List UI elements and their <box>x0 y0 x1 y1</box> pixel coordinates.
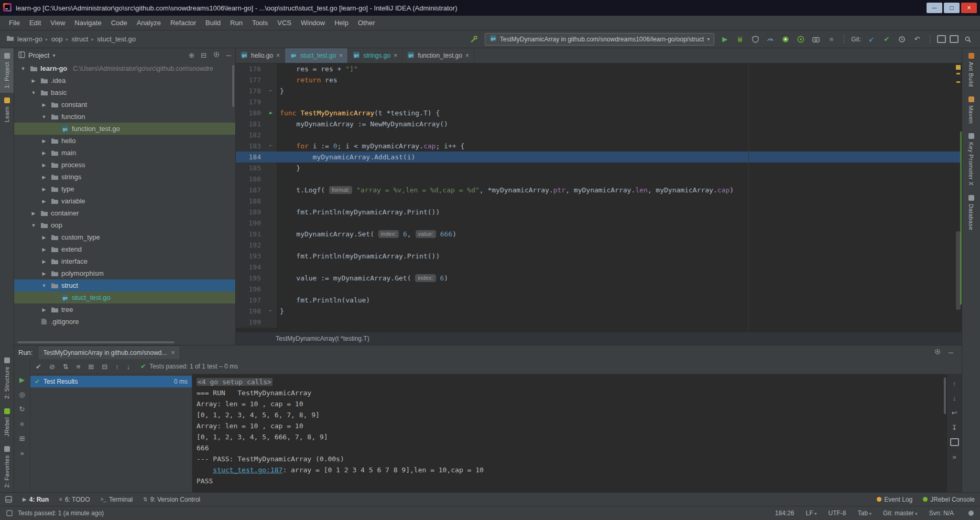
menu-item-build[interactable]: Build <box>201 19 225 27</box>
menu-item-window[interactable]: Window <box>296 19 330 27</box>
tool-button-database[interactable]: Database <box>962 190 980 235</box>
search-everywhere-button[interactable] <box>962 34 974 45</box>
warning-stripe-mark[interactable] <box>956 73 960 74</box>
breadcrumb-item-oop[interactable]: oop <box>51 35 63 43</box>
hide-run-panel-button[interactable]: ─ <box>949 349 953 356</box>
console[interactable]: <4 go setup calls>=== RUN TestMyDynamicA… <box>192 374 946 492</box>
tree-row-learn-go[interactable]: ▼learn-goC:\Users\Administrator\go\src\g… <box>14 62 235 74</box>
toolwindow-button-event-log[interactable]: Event Log <box>877 496 912 503</box>
status-svn-n-a[interactable]: Svn: N/A <box>929 510 954 517</box>
tree-expand-icon[interactable]: ▶ <box>30 211 37 216</box>
toolwindow-button-9-version-control[interactable]: ⇅9: Version Control <box>143 496 200 503</box>
run-with-coverage-button[interactable] <box>749 34 761 45</box>
next-failed-test-button[interactable]: ↓ <box>127 363 130 371</box>
tree-row-basic[interactable]: ▼basic <box>14 86 235 99</box>
tree-collapse-icon[interactable]: ▼ <box>19 66 27 71</box>
tree-collapse-icon[interactable]: ▼ <box>30 90 37 95</box>
menu-item-view[interactable]: View <box>46 19 70 27</box>
run-button[interactable]: ▶ <box>719 34 731 45</box>
breadcrumb-method[interactable]: TestMyDynamicArray(t *testing.T) <box>276 335 369 342</box>
tree-row-gitignore[interactable]: .gitignore <box>14 316 235 328</box>
status-lf[interactable]: LF ▾ <box>805 510 816 517</box>
menu-item-refactor[interactable]: Refactor <box>166 19 201 27</box>
tree-row-container[interactable]: ▶container <box>14 207 235 219</box>
hot-swap-button[interactable]: ◎ <box>19 391 25 398</box>
tree-row-strings[interactable]: ▶strings <box>14 171 235 183</box>
soft-wrap-button[interactable]: ↩ <box>952 409 957 417</box>
more-console-actions-button[interactable]: » <box>952 453 956 461</box>
scroll-to-end-button[interactable]: ↧ <box>952 424 957 431</box>
tree-row-function[interactable]: ▼function <box>14 111 235 123</box>
collapse-all-button[interactable]: ⊟ <box>201 51 206 59</box>
commit-button[interactable]: ✔ <box>881 34 892 45</box>
tree-expand-icon[interactable]: ▶ <box>40 150 48 156</box>
tree-row-variable[interactable]: ▶variable <box>14 195 235 207</box>
breadcrumb-item-stuct-test-go[interactable]: stuct_test.go <box>97 35 136 43</box>
tool-button-2-favorites[interactable]: 2: Favorites <box>0 441 14 492</box>
tool-button-1-project[interactable]: 1: Project <box>0 48 14 93</box>
scroll-to-bottom-button[interactable]: ↓ <box>953 394 956 402</box>
minimize-button[interactable]: ─ <box>927 3 942 13</box>
tree-expand-icon[interactable]: ▶ <box>40 102 48 107</box>
stop-process-button[interactable]: ■ <box>20 420 24 428</box>
menu-item-file[interactable]: File <box>4 19 25 27</box>
project-panel-title[interactable]: Project <box>28 51 49 59</box>
tree-row-tree[interactable]: ▶tree <box>14 304 235 316</box>
close-tab-icon[interactable]: × <box>339 52 343 59</box>
tool-button-2-structure[interactable]: 2: Structure <box>0 353 14 404</box>
console-scrollbar-thumb[interactable] <box>944 377 946 414</box>
tree-row-type[interactable]: ▶type <box>14 183 235 195</box>
tree-row-constant[interactable]: ▶constant <box>14 99 235 111</box>
tree-expand-icon[interactable]: ▶ <box>30 78 37 83</box>
tree-row-main[interactable]: ▶main <box>14 147 235 159</box>
tree-collapse-icon[interactable]: ▼ <box>40 114 48 120</box>
update-project-button[interactable]: ↙ <box>866 34 877 45</box>
editor-tab-strings-go[interactable]: gostrings.go× <box>348 48 402 63</box>
menu-item-tools[interactable]: Tools <box>247 19 273 27</box>
editor-layout-icon[interactable] <box>937 35 946 43</box>
toolwindow-button-6-todo[interactable]: ≡6: TODO <box>59 496 90 503</box>
print-console-button[interactable] <box>950 438 959 446</box>
tool-button-jrebel[interactable]: JRebel <box>0 404 14 441</box>
menu-item-code[interactable]: Code <box>106 19 132 27</box>
tree-collapse-icon[interactable]: ▼ <box>30 223 37 228</box>
tree-collapse-icon[interactable]: ▼ <box>40 283 48 288</box>
toolwindow-button-jrebel-console[interactable]: JRebel Console <box>923 496 975 503</box>
tree-row-extend[interactable]: ▶extend <box>14 243 235 255</box>
tree-expand-icon[interactable]: ▶ <box>40 175 48 180</box>
close-tab-icon[interactable]: × <box>276 52 280 59</box>
editor-scrollbar-thumb[interactable] <box>956 231 961 310</box>
toolwindow-button-4-run[interactable]: ▶4: Run <box>23 496 49 503</box>
close-tab-icon[interactable]: × <box>465 52 469 59</box>
collapse-all-button[interactable]: ⊟ <box>102 363 107 371</box>
run-test-gutter-icon[interactable]: ▶ <box>265 107 277 118</box>
console-fold-marker[interactable]: <4 go setup calls> <box>197 378 273 386</box>
editor-tab-stuct-test-go[interactable]: gostuct_test.go× <box>285 48 348 63</box>
tree-row-stuct-test-go[interactable]: gostuct_test.go <box>14 291 235 304</box>
stop-button[interactable]: ■ <box>825 34 837 45</box>
tree-expand-icon[interactable]: ▶ <box>40 307 48 312</box>
status-184-26[interactable]: 184:26 <box>775 510 794 517</box>
menu-item-other[interactable]: Other <box>353 19 380 27</box>
history-button[interactable] <box>896 34 908 45</box>
inspections-indicator-icon[interactable] <box>956 65 961 70</box>
screenshot-button[interactable] <box>810 34 822 45</box>
status-utf-8[interactable]: UTF-8 <box>829 510 846 517</box>
toolwindow-button-terminal[interactable]: >_Terminal <box>100 496 133 503</box>
editor[interactable]: 176 res = res + "]"177 return res178⌐}17… <box>236 63 962 332</box>
restore-layout-button[interactable]: ⊞ <box>19 435 25 442</box>
expand-all-button[interactable]: ⊞ <box>88 363 94 371</box>
menu-item-vcs[interactable]: VCS <box>273 19 296 27</box>
rerun-failed-tests-button[interactable]: ✔ <box>36 363 41 371</box>
tree-row-interface[interactable]: ▶interface <box>14 255 235 267</box>
tool-button-key-promoter-x[interactable]: Key Promoter X <box>962 128 980 190</box>
tree-expand-icon[interactable]: ▶ <box>40 187 48 192</box>
run-tab[interactable]: TestMyDynamicArray in github.com/snowd..… <box>38 345 180 359</box>
tree-row-idea[interactable]: ▶.idea <box>14 74 235 86</box>
scroll-to-top-button[interactable]: ↑ <box>953 380 956 387</box>
close-button[interactable]: × <box>961 3 977 13</box>
sort-by-duration-button[interactable]: ⇅ <box>63 363 69 371</box>
status-message[interactable]: Tests passed: 1 (a minute ago) <box>18 510 104 517</box>
tree-expand-icon[interactable]: ▶ <box>40 199 48 204</box>
menu-item-run[interactable]: Run <box>225 19 247 27</box>
